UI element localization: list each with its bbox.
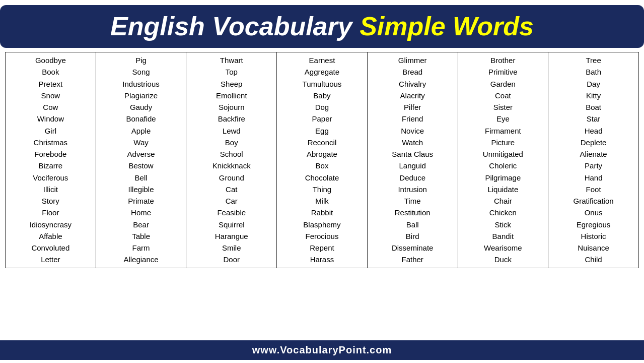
vocabulary-table: GoodbyeBookPretextSnowCowWindowGirlChris… (5, 52, 639, 268)
word-item: Car (187, 195, 275, 207)
column-0: GoodbyeBookPretextSnowCowWindowGirlChris… (6, 52, 96, 268)
word-item: Christmas (7, 137, 95, 148)
word-item: Aggregate (278, 66, 366, 78)
word-item: Pilgrimage (459, 172, 547, 184)
word-item: Restitution (369, 207, 457, 218)
word-item: Glimmer (369, 54, 457, 66)
word-item: Home (97, 207, 185, 218)
word-item: Bonafide (97, 113, 185, 125)
word-item: Rabbit (278, 207, 366, 218)
word-item: Child (549, 254, 637, 265)
word-item: Chivalry (369, 78, 457, 90)
column-5: BrotherPrimitiveGardenCoatSisterEyeFirma… (458, 52, 548, 268)
word-item: Window (7, 113, 95, 125)
word-item: Sister (459, 101, 547, 113)
word-item: Letter (7, 254, 95, 265)
word-item: Cow (7, 101, 95, 113)
word-item: Boat (549, 101, 637, 113)
word-item: Repent (278, 242, 366, 254)
word-item: Kitty (549, 90, 637, 101)
word-item: Deduce (369, 172, 457, 184)
word-item: Farm (97, 242, 185, 254)
word-item: Liquidate (459, 184, 547, 195)
word-item: Top (187, 66, 275, 78)
word-item: Bizarre (7, 160, 95, 171)
word-item: Day (549, 78, 637, 90)
word-item: Harangue (187, 230, 275, 242)
word-item: Picture (459, 137, 547, 148)
word-item: Ferocious (278, 230, 366, 242)
word-item: Girl (7, 125, 95, 137)
word-item: Star (549, 113, 637, 125)
word-item: Illegible (97, 184, 185, 195)
word-item: Choleric (459, 160, 547, 171)
word-item: Chicken (459, 207, 547, 218)
word-item: Sheep (187, 78, 275, 90)
word-item: Bestow (97, 160, 185, 171)
word-item: Father (369, 254, 457, 265)
word-item: Book (7, 66, 95, 78)
word-item: Novice (369, 125, 457, 137)
word-item: Plagiarize (97, 90, 185, 101)
word-item: Story (7, 195, 95, 207)
word-item: Bell (97, 172, 185, 184)
word-item: Watch (369, 137, 457, 148)
word-item: Nuisance (549, 242, 637, 254)
word-item: Illicit (7, 184, 95, 195)
word-item: Smile (187, 242, 275, 254)
word-item: Intrusion (369, 184, 457, 195)
column-2: ThwartTopSheepEmollientSojournBackfireLe… (186, 52, 277, 268)
word-item: Hand (549, 172, 637, 184)
word-item: Feasible (187, 207, 275, 218)
word-item: Bear (97, 219, 185, 230)
word-item: Song (97, 66, 185, 78)
word-item: Deplete (549, 137, 637, 148)
title-yellow: Simple Words (360, 12, 534, 41)
word-item: Baby (278, 90, 366, 101)
word-item: Tumultuous (278, 78, 366, 90)
word-item: School (187, 148, 275, 160)
word-item: Knickknack (187, 160, 275, 171)
word-item: Bird (369, 230, 457, 242)
word-item: Gratification (549, 195, 637, 207)
word-item: Ground (187, 172, 275, 184)
word-item: Lewd (187, 125, 275, 137)
word-item: Cat (187, 184, 275, 195)
word-item: Thwart (187, 54, 275, 66)
word-item: Thing (278, 184, 366, 195)
word-item: Emollient (187, 90, 275, 101)
word-item: Forebode (7, 148, 95, 160)
word-item: Pilfer (369, 101, 457, 113)
footer: www.VocabularyPoint.com (0, 340, 644, 360)
word-item: Harass (278, 254, 366, 265)
word-item: Apple (97, 125, 185, 137)
word-item: Convoluted (7, 242, 95, 254)
word-item: Ball (369, 219, 457, 230)
word-item: Pretext (7, 78, 95, 90)
word-item: Backfire (187, 113, 275, 125)
word-item: Boy (187, 137, 275, 148)
word-item: Sojourn (187, 101, 275, 113)
page-title: English Vocabulary Simple Words (10, 12, 634, 41)
word-item: Snow (7, 90, 95, 101)
word-item: Head (549, 125, 637, 137)
word-item: Duck (459, 254, 547, 265)
word-item: Pig (97, 54, 185, 66)
word-item: Foot (549, 184, 637, 195)
word-item: Affable (7, 230, 95, 242)
word-item: Primate (97, 195, 185, 207)
word-item: Milk (278, 195, 366, 207)
word-item: Blasphemy (278, 219, 366, 230)
word-item: Chocolate (278, 172, 366, 184)
word-item: Door (187, 254, 275, 265)
word-item: Egg (278, 125, 366, 137)
word-item: Tree (549, 54, 637, 66)
word-item: Eye (459, 113, 547, 125)
column-3: EarnestAggregateTumultuousBabyDogPaperEg… (277, 52, 368, 268)
word-item: Allegiance (97, 254, 185, 265)
column-1: PigSongIndustriousPlagiarizeGaudyBonafid… (96, 52, 186, 268)
word-item: Idiosyncrasy (7, 219, 95, 230)
word-item: Alienate (549, 148, 637, 160)
word-item: Industrious (97, 78, 185, 90)
word-item: Table (97, 230, 185, 242)
